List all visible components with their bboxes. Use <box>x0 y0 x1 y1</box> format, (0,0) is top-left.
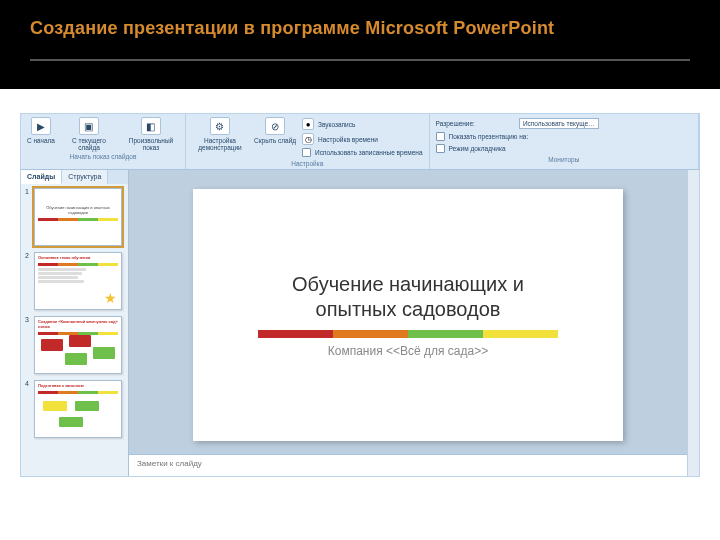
workspace: Слайды Структура 1 Обучение начинающих и… <box>21 170 699 476</box>
page-title: Создание презентации в программе Microso… <box>30 18 690 39</box>
setup-icon: ⚙ <box>210 117 230 135</box>
slide-thumbnail-2[interactable]: Основные темы обучения ★ <box>34 252 122 310</box>
ribbon-group-monitors: Разрешение: Использовать текуще… Показат… <box>430 114 699 169</box>
from-current-button[interactable]: ▣ С текущего слайда <box>61 117 117 151</box>
group-title: Настройка <box>291 160 323 167</box>
play-icon: ▶ <box>31 117 51 135</box>
slide-thumbnail-1[interactable]: Обучение начинающих и опытных садоводов <box>34 188 122 246</box>
resolution-label: Разрешение: <box>436 120 475 127</box>
checkbox-icon <box>436 144 445 153</box>
rehearse-timings-checkbox[interactable]: ◷ Настройка времени <box>302 133 423 145</box>
panel-tabs: Слайды Структура <box>21 170 128 184</box>
setup-show-button[interactable]: ⚙ Настройка демонстрации <box>192 117 248 151</box>
mic-icon: ● <box>302 118 314 130</box>
vertical-scrollbar[interactable] <box>687 170 699 476</box>
record-audio-checkbox[interactable]: ● Звукозапись <box>302 118 423 130</box>
slide-editor: Обучение начинающих и опытных садоводов … <box>129 170 687 476</box>
notes-pane[interactable]: Заметки к слайду <box>129 454 687 476</box>
tab-slides[interactable]: Слайды <box>21 170 62 184</box>
slide-number: 4 <box>25 380 31 438</box>
slide-number: 1 <box>25 188 31 246</box>
slide-title: Обучение начинающих и опытных садоводов <box>292 272 524 322</box>
group-title: Мониторы <box>548 156 579 163</box>
checkbox-icon <box>436 132 445 141</box>
accent-bar <box>258 330 558 338</box>
show-on-checkbox[interactable]: Показать презентацию на: <box>436 132 599 141</box>
presenter-view-checkbox[interactable]: Режим докладчика <box>436 144 599 153</box>
group-title: Начать показ слайдов <box>70 153 137 160</box>
resolution-select[interactable]: Использовать текуще… <box>519 118 599 129</box>
checkbox-icon <box>302 148 311 157</box>
slide-thumbnail-4[interactable]: Подготовка к занятиям <box>34 380 122 438</box>
hide-slide-button[interactable]: ⊘ Скрыть слайд <box>254 117 296 144</box>
slide-subtitle: Компания <<Всё для сада>> <box>328 344 488 358</box>
ribbon-group-setup: ⚙ Настройка демонстрации ⊘ Скрыть слайд … <box>186 114 430 169</box>
tutorial-header: Создание презентации в программе Microso… <box>0 0 720 89</box>
tab-outline[interactable]: Структура <box>62 170 108 184</box>
ribbon: ▶ С начала ▣ С текущего слайда ◧ Произво… <box>21 114 699 170</box>
ribbon-group-start-show: ▶ С начала ▣ С текущего слайда ◧ Произво… <box>21 114 186 169</box>
hide-slide-icon: ⊘ <box>265 117 285 135</box>
slide-thumbnail-3[interactable]: Создание «Компактный жемчужны сад» схема <box>34 316 122 374</box>
powerpoint-window: ▶ С начала ▣ С текущего слайда ◧ Произво… <box>20 113 700 477</box>
custom-show-icon: ◧ <box>141 117 161 135</box>
slide-number: 2 <box>25 252 31 310</box>
divider <box>30 59 690 61</box>
from-beginning-button[interactable]: ▶ С начала <box>27 117 55 144</box>
slide-canvas[interactable]: Обучение начинающих и опытных садоводов … <box>129 170 687 454</box>
use-timings-checkbox[interactable]: Использовать записанные времена <box>302 148 423 157</box>
thumbnails-list: 1 Обучение начинающих и опытных садоводо… <box>21 184 128 476</box>
slide-number: 3 <box>25 316 31 374</box>
play-current-icon: ▣ <box>79 117 99 135</box>
clock-icon: ◷ <box>302 133 314 145</box>
custom-show-button[interactable]: ◧ Произвольный показ <box>123 117 179 151</box>
star-icon: ★ <box>104 290 117 306</box>
slides-panel: Слайды Структура 1 Обучение начинающих и… <box>21 170 129 476</box>
current-slide: Обучение начинающих и опытных садоводов … <box>193 189 623 441</box>
